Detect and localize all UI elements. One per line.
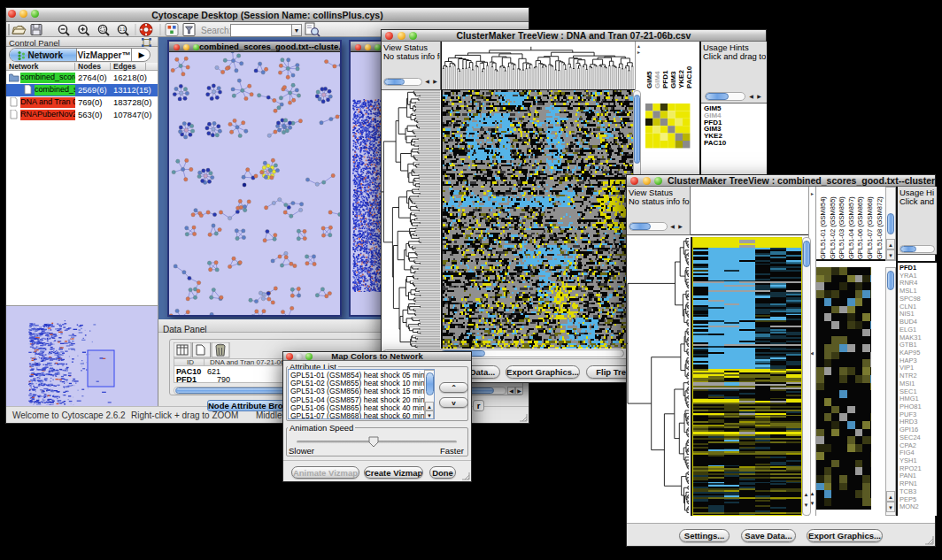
svg-text:Search:: Search:: [201, 26, 231, 35]
svg-text:1:1: 1:1: [120, 27, 126, 32]
